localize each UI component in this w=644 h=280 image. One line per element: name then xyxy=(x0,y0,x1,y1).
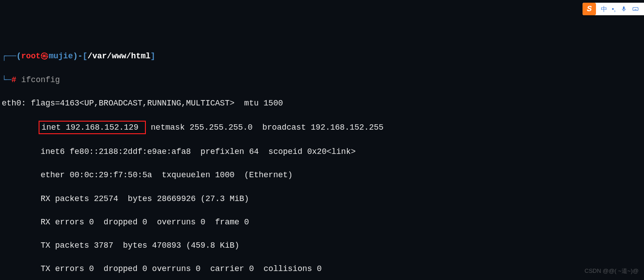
box-top-char: ┌── xyxy=(2,52,16,61)
prompt-line-1-bottom[interactable]: └─# ifconfig xyxy=(0,74,644,86)
ime-logo-icon[interactable]: S xyxy=(583,3,596,15)
keyboard-icon[interactable] xyxy=(632,5,639,13)
ime-toolbar[interactable]: S 中 •, xyxy=(583,3,644,15)
prompt-host: mujie xyxy=(48,52,73,61)
prompt-path: /var/www/html xyxy=(88,52,150,61)
prompt-at: ㉿ xyxy=(40,52,48,61)
inet-highlight-box: inet 192.168.152.129 xyxy=(39,121,146,134)
ime-punct-button[interactable]: •, xyxy=(612,4,616,13)
eth0-rx-errors: RX errors 0 dropped 0 overruns 0 frame 0 xyxy=(0,216,644,228)
csdn-watermark: CSDN @@( ~道~)@ xyxy=(585,267,639,276)
eth0-ether: ether 00:0c:29:f7:50:5a txqueuelen 1000 … xyxy=(0,169,644,181)
eth0-rx-packets: RX packets 22574 bytes 28669926 (27.3 Mi… xyxy=(0,193,644,205)
command-text: ifconfig xyxy=(21,75,60,84)
eth0-inet: inet 192.168.152.129 netmask 255.255.255… xyxy=(0,121,644,134)
eth0-header: eth0: flags=4163<UP,BROADCAST,RUNNING,MU… xyxy=(0,97,644,109)
prompt-line-1-top: ┌──(root㉿mujie)-[/var/www/html] xyxy=(0,50,644,62)
eth0-inet-rest: netmask 255.255.255.0 broadcast 192.168.… xyxy=(146,123,383,132)
paren-close: ) xyxy=(73,52,78,61)
microphone-icon[interactable] xyxy=(620,5,627,13)
prompt-dash: - xyxy=(78,52,83,61)
eth0-tx-packets: TX packets 3787 bytes 470893 (459.8 KiB) xyxy=(0,240,644,251)
prompt-hash: # xyxy=(12,75,17,84)
bracket-close: ] xyxy=(150,52,155,61)
bracket-open: [ xyxy=(83,52,88,61)
svg-rect-0 xyxy=(633,8,638,11)
paren-open: ( xyxy=(16,52,21,61)
eth0-inet6: inet6 fe80::2188:2ddf:e9ae:afa8 prefixle… xyxy=(0,146,644,158)
box-bottom-char: └─ xyxy=(2,75,12,84)
prompt-user: root xyxy=(21,52,40,61)
ime-lang-button[interactable]: 中 xyxy=(601,4,607,13)
eth0-tx-errors: TX errors 0 dropped 0 overruns 0 carrier… xyxy=(0,263,644,275)
